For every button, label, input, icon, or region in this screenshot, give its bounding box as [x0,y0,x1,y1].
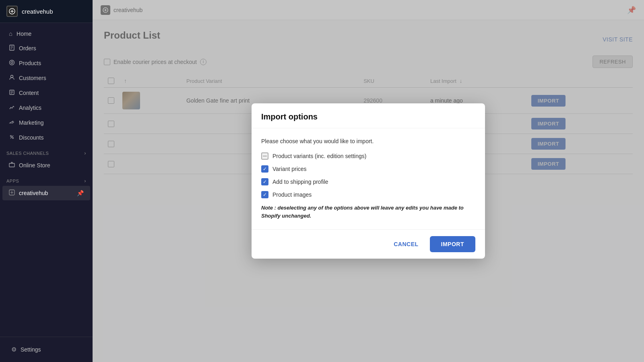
creativehub-icon [9,189,15,197]
customers-icon [9,74,15,82]
modal-import-button[interactable]: IMPORT [430,236,475,252]
sidebar-item-creativehub[interactable]: creativehub 📌 [2,186,90,200]
svg-point-4 [11,75,13,78]
sidebar-item-home[interactable]: ⌂ Home [2,27,90,41]
main: creativehub 📌 Product List VISIT SITE En… [93,0,644,362]
sidebar: creativehub ⌂ Home Orders Products Custo… [0,0,93,362]
sidebar-header: creativehub [0,0,93,23]
settings-icon: ⚙ [11,346,17,353]
option-label-product-variants: Product variants (inc. edition settings) [272,153,366,159]
sidebar-item-settings[interactable]: ⚙ Settings [5,342,88,357]
option-label-shipping-profile: Add to shipping profile [272,179,328,185]
option-label-product-images: Product images [272,191,312,198]
sidebar-item-orders-label: Orders [19,45,36,51]
home-icon: ⌂ [9,30,12,37]
sidebar-footer: ⚙ Settings [0,337,93,362]
store-logo [6,6,18,17]
cancel-button[interactable]: CANCEL [387,237,425,251]
option-row-shipping-profile: Add to shipping profile [261,178,475,185]
sidebar-item-customers-label: Customers [19,75,46,81]
content-icon [9,89,15,97]
modal-footer: CANCEL IMPORT [252,229,485,259]
sidebar-item-products-label: Products [19,60,41,66]
modal-body: Please choose what you would like to imp… [252,128,485,229]
option-checkbox-shipping-profile[interactable] [261,178,268,185]
sidebar-item-marketing-label: Marketing [19,119,43,126]
sidebar-item-content[interactable]: Content [2,86,90,100]
products-icon [9,60,15,67]
sidebar-item-orders[interactable]: Orders [2,41,90,56]
apps-chevron[interactable]: › [84,178,86,184]
sidebar-item-creativehub-label: creativehub [19,190,48,196]
discounts-icon [9,134,15,141]
sidebar-item-online-store[interactable]: Online Store [2,158,90,173]
sidebar-item-settings-label: Settings [21,346,41,353]
marketing-icon [9,119,15,126]
sales-channels-section: Sales channels › [0,145,93,158]
sidebar-item-discounts-label: Discounts [19,134,43,141]
orders-icon [9,45,15,52]
svg-point-7 [12,138,14,139]
import-options-modal: Import options Please choose what you wo… [252,103,485,259]
store-name: creativehub [22,8,53,15]
modal-description: Please choose what you would like to imp… [261,138,475,144]
option-row-product-images: Product images [261,191,475,198]
analytics-icon [9,104,15,111]
option-row-variant-prices: Variant prices [261,165,475,173]
sidebar-item-home-label: Home [17,31,31,37]
sidebar-item-products[interactable]: Products [2,56,90,70]
sales-channels-chevron[interactable]: › [84,150,86,156]
modal-overlay: Import options Please choose what you wo… [93,0,644,362]
sidebar-item-customers[interactable]: Customers [2,71,90,85]
option-checkbox-product-variants[interactable] [261,152,268,160]
modal-note: Note : deselecting any of the options ab… [261,204,475,220]
svg-rect-8 [9,163,14,167]
svg-point-2 [10,60,14,65]
option-label-variant-prices: Variant prices [272,166,307,172]
modal-header: Import options [252,103,485,128]
svg-point-3 [11,62,13,64]
modal-title: Import options [261,112,475,121]
svg-point-6 [10,136,12,137]
sidebar-nav: ⌂ Home Orders Products Customers Conte [0,23,93,337]
apps-section: Apps › [0,173,93,185]
online-store-icon [9,162,15,169]
option-checkbox-variant-prices[interactable] [261,165,268,173]
sidebar-item-analytics-label: Analytics [19,105,41,111]
sidebar-item-content-label: Content [19,90,39,96]
sidebar-item-discounts[interactable]: Discounts [2,130,90,145]
pin-icon[interactable]: 📌 [77,190,84,196]
sidebar-item-analytics[interactable]: Analytics [2,101,90,115]
option-checkbox-product-images[interactable] [261,191,268,198]
option-row-product-variants: Product variants (inc. edition settings) [261,152,475,160]
sidebar-item-online-store-label: Online Store [19,162,50,169]
sidebar-item-marketing[interactable]: Marketing [2,115,90,130]
